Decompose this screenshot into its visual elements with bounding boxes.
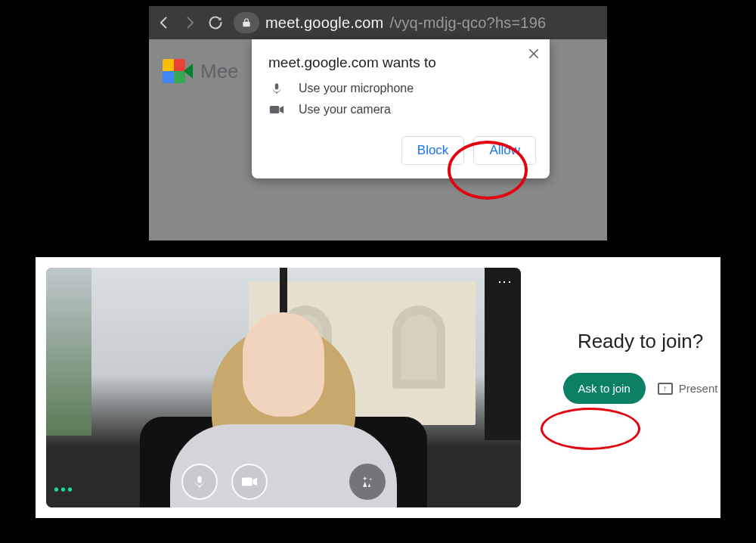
annotation-circle-icon — [541, 408, 640, 450]
microphone-icon — [268, 82, 285, 95]
url-host: meet.google.com — [265, 14, 383, 32]
permission-row-camera: Use your camera — [268, 103, 536, 116]
browser-toolbar: meet.google.com/vyq-mdjg-qco?hs=196 — [149, 6, 607, 39]
svg-rect-4 — [242, 478, 253, 486]
meet-logo-icon — [163, 59, 193, 83]
url-path: /vyq-mdjg-qco?hs=196 — [389, 14, 546, 32]
reload-icon[interactable] — [208, 15, 223, 30]
lock-icon — [234, 12, 259, 33]
permission-label: Use your microphone — [299, 82, 414, 95]
svg-rect-2 — [270, 106, 280, 113]
forward-icon[interactable] — [182, 15, 197, 30]
join-heading: Ready to join? — [550, 330, 731, 353]
more-options-icon[interactable]: ⋮ — [497, 275, 513, 290]
permission-title: meet.google.com wants to — [268, 54, 536, 71]
self-view: ⋮ ••• — [46, 268, 521, 507]
apply-effects-button[interactable] — [349, 464, 386, 500]
permission-dialog: meet.google.com wants to Use your microp… — [252, 39, 550, 178]
block-button[interactable]: Block — [401, 136, 465, 165]
join-screenshot: ⋮ ••• Ready to join? Ask to join ↑ Prese… — [36, 257, 720, 518]
permission-label: Use your camera — [299, 103, 391, 116]
address-bar[interactable]: meet.google.com/vyq-mdjg-qco?hs=196 — [234, 12, 600, 33]
svg-marker-5 — [253, 478, 258, 486]
close-icon[interactable] — [527, 47, 541, 61]
toggle-microphone-button[interactable] — [181, 464, 218, 500]
present-button[interactable]: ↑ Present — [658, 382, 718, 395]
svg-marker-3 — [280, 106, 284, 113]
preview-controls — [46, 464, 521, 500]
meet-logo-text: Mee — [200, 60, 239, 83]
join-panel: Ready to join? Ask to join ↑ Present — [550, 330, 731, 404]
camera-icon — [268, 104, 285, 115]
ask-to-join-button[interactable]: Ask to join — [563, 373, 646, 404]
back-icon[interactable] — [156, 15, 172, 30]
allow-button[interactable]: Allow — [473, 136, 536, 165]
present-label: Present — [679, 382, 718, 395]
meet-logo: Mee — [163, 59, 239, 83]
page-background: Mee meet.google.com wants to Use your mi… — [149, 39, 607, 240]
permission-screenshot: meet.google.com/vyq-mdjg-qco?hs=196 Mee … — [149, 6, 607, 240]
permission-row-microphone: Use your microphone — [268, 82, 536, 95]
present-icon: ↑ — [658, 383, 673, 395]
toggle-camera-button[interactable] — [231, 464, 268, 500]
